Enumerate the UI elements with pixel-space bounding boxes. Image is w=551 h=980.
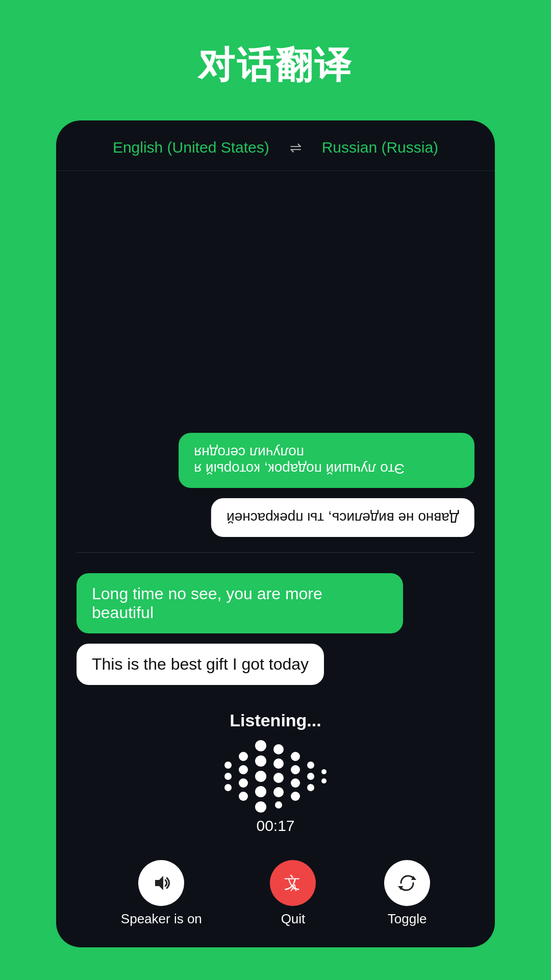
bubble-russian-green: Это лучший подарок, который я получил се…: [179, 433, 474, 488]
dot: [291, 792, 300, 801]
dot: [307, 784, 314, 791]
toggle-circle: [384, 860, 430, 906]
speaker-icon: [151, 873, 171, 893]
dot: [224, 773, 232, 780]
dot: [273, 773, 284, 783]
lower-chat: Long time no see, you are more beautiful…: [77, 568, 474, 685]
wave-col-2: [239, 752, 248, 801]
dot: [291, 752, 300, 761]
dot: [307, 773, 314, 780]
swap-icon[interactable]: ⇌: [290, 139, 302, 156]
dot: [239, 752, 248, 761]
dot: [273, 787, 284, 797]
listening-label: Listening...: [230, 710, 321, 730]
wave-col-7: [321, 769, 327, 783]
speaker-circle: [138, 860, 184, 906]
dot: [321, 769, 327, 774]
dot: [255, 755, 266, 767]
target-language[interactable]: Russian (Russia): [322, 139, 438, 156]
waveform: [224, 741, 327, 812]
language-bar: English (United States) ⇌ Russian (Russi…: [56, 120, 495, 170]
speaker-label: Speaker is on: [121, 911, 202, 927]
dot: [291, 765, 300, 774]
listening-section: Listening...: [56, 700, 495, 850]
chat-area: Это лучший подарок, который я получил се…: [56, 171, 495, 700]
bubble-russian-white: Давно не виделись, ты прекрасней: [211, 498, 474, 537]
speaker-button[interactable]: Speaker is on: [121, 860, 202, 927]
dot: [273, 744, 284, 754]
quit-label: Quit: [281, 911, 306, 927]
dot: [273, 758, 284, 769]
dot: [255, 740, 266, 751]
wave-col-6: [307, 762, 314, 791]
wave-col-4: [273, 744, 284, 808]
dot: [239, 778, 248, 788]
wave-col-5: [291, 752, 300, 801]
timer: 00:17: [256, 817, 294, 835]
toggle-icon: [397, 873, 417, 893]
page-title: 对话翻译: [198, 41, 353, 90]
dot: [224, 762, 232, 769]
upper-chat: Это лучший подарок, который я получил се…: [77, 186, 474, 537]
dot: [239, 765, 248, 774]
dot: [239, 792, 248, 801]
toggle-button[interactable]: Toggle: [384, 860, 430, 927]
wave-col-1: [224, 762, 232, 791]
quit-button[interactable]: 文 A Quit: [270, 860, 316, 927]
dot: [291, 778, 300, 788]
bottom-bar: Speaker is on 文 A Quit Toggle: [56, 850, 495, 947]
dot: [224, 784, 232, 791]
translate-icon: 文 A: [282, 872, 304, 894]
dot: [307, 762, 314, 769]
main-card: English (United States) ⇌ Russian (Russi…: [56, 120, 495, 947]
middle-divider: [77, 552, 474, 553]
svg-marker-0: [155, 876, 163, 890]
dot: [321, 778, 327, 783]
dot: [255, 771, 266, 782]
quit-circle: 文 A: [270, 860, 316, 906]
svg-text:A: A: [290, 883, 297, 893]
bubble-english-white: This is the best gift I got today: [77, 644, 324, 685]
source-language[interactable]: English (United States): [113, 139, 269, 156]
bubble-english-green: Long time no see, you are more beautiful: [77, 573, 403, 633]
toggle-label: Toggle: [388, 911, 427, 927]
dot: [255, 801, 266, 813]
dot: [255, 786, 266, 797]
wave-col-3: [255, 740, 266, 813]
dot: [275, 801, 282, 808]
